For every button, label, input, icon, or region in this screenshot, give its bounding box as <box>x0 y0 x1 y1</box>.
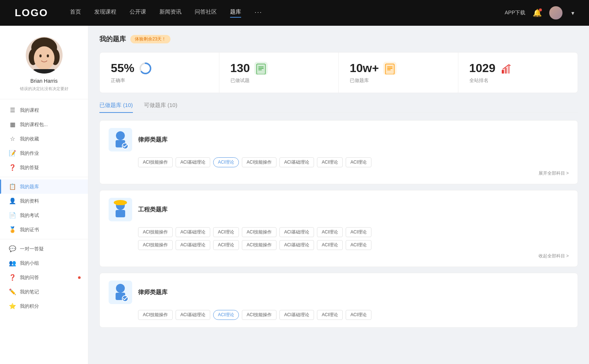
sidebar-label-points: 我的积分 <box>20 303 39 310</box>
svg-point-4 <box>34 46 54 70</box>
bank-2-tag-12[interactable]: ACI理论 <box>317 240 343 250</box>
main-content: 我的题库 体验剩余23天！ 55% 正确率 <box>88 26 589 364</box>
notification-dot <box>539 8 542 11</box>
avatar-chevron-icon[interactable]: ▾ <box>571 10 574 17</box>
bank-1-tag-5[interactable]: ACI理论 <box>317 157 343 167</box>
bank-3-tag-2[interactable]: ACI理论 <box>213 310 239 320</box>
bank-1-expand[interactable]: 展开全部科目 > <box>109 170 569 176</box>
sidebar-item-certificate[interactable]: 🏅 我的证书 <box>0 222 88 237</box>
bank-2-tag-10[interactable]: ACI技能操作 <box>242 240 276 250</box>
svg-rect-15 <box>385 64 394 74</box>
tabs: 已做题库 (10) 可做题库 (10) <box>99 102 578 113</box>
bank-1-tag-3[interactable]: ACI技能操作 <box>242 157 276 167</box>
sidebar-item-course[interactable]: ☰ 我的课程 <box>0 103 88 117</box>
page-header: 我的题库 体验剩余23天！ <box>99 35 578 43</box>
sidebar-item-profile[interactable]: 👤 我的资料 <box>0 194 88 208</box>
bank-2-tag-13[interactable]: ACI理论 <box>346 240 371 250</box>
sidebar-item-exam[interactable]: 📄 我的考试 <box>0 208 88 222</box>
stats-row: 55% 正确率 130 <box>99 52 578 93</box>
sidebar-label-course: 我的课程 <box>20 107 39 114</box>
sidebar-label-my-qa: 我的问答 <box>20 274 39 281</box>
bank-2-tag-2[interactable]: ACI理论 <box>213 227 239 237</box>
bank-1-tag-4[interactable]: ACI基础理论 <box>279 157 314 167</box>
divider-2 <box>0 239 88 239</box>
nav-home[interactable]: 首页 <box>70 8 81 18</box>
sidebar-label-homework: 我的作业 <box>20 150 39 157</box>
star-icon: ☆ <box>9 135 16 142</box>
logo[interactable]: LOGO <box>15 7 48 19</box>
bank-3-tag-6[interactable]: ACI理论 <box>346 310 371 320</box>
bank-3-tag-0[interactable]: ACI技能操作 <box>138 310 173 320</box>
sidebar-item-notes[interactable]: ✏️ 我的笔记 <box>0 285 88 299</box>
bank-1-tags: ACI技能操作 ACI基础理论 ACI理论 ACI技能操作 ACI基础理论 AC… <box>138 157 569 167</box>
sidebar-item-question-bank[interactable]: 📋 我的题库 <box>0 179 88 194</box>
svg-rect-20 <box>502 70 504 74</box>
bank-1-tag-2[interactable]: ACI理论 <box>213 157 239 167</box>
bank-2-tag-9[interactable]: ACI理论 <box>213 240 239 250</box>
notification-bell[interactable]: 🔔 <box>533 8 542 17</box>
bank-1-tag-6[interactable]: ACI理论 <box>346 157 371 167</box>
bank-2-tag-11[interactable]: ACI基础理论 <box>279 240 314 250</box>
sidebar-item-group[interactable]: 👥 我的小组 <box>0 256 88 270</box>
nav-news[interactable]: 新闻资讯 <box>159 8 181 18</box>
bank-card-1: 律师类题库 ACI技能操作 ACI基础理论 ACI理论 ACI技能操作 ACI基… <box>99 120 578 184</box>
sidebar-item-course-pack[interactable]: ▦ 我的课程包... <box>0 117 88 132</box>
bank-2-tag-1[interactable]: ACI基础理论 <box>176 227 210 237</box>
svg-rect-7 <box>33 69 55 74</box>
notes-icon: ✏️ <box>9 288 16 295</box>
exam-icon: 📄 <box>9 212 16 219</box>
sidebar-item-favorites[interactable]: ☆ 我的收藏 <box>0 132 88 146</box>
nav-question-bank[interactable]: 题库 <box>230 8 241 18</box>
my-qa-icon: ❓ <box>9 274 16 281</box>
svg-rect-10 <box>257 64 265 74</box>
questions-done-label: 已做试题 <box>230 77 328 84</box>
sidebar-item-my-qa[interactable]: ❓ 我的问答 <box>0 270 88 285</box>
user-avatar[interactable] <box>549 6 562 19</box>
course-pack-icon: ▦ <box>9 121 16 128</box>
nav-open-course[interactable]: 公开课 <box>130 8 146 18</box>
bank-3-tag-3[interactable]: ACI技能操作 <box>242 310 276 320</box>
rank-icon <box>500 62 513 75</box>
bank-2-icon <box>109 198 132 221</box>
bank-3-tag-1[interactable]: ACI基础理论 <box>176 310 210 320</box>
layout: Brian Harris 错误的决定比没有决定要好 ☰ 我的课程 ▦ 我的课程包… <box>0 26 589 364</box>
stat-questions-done: 130 已做试题 <box>219 53 339 93</box>
nav-qa[interactable]: 问答社区 <box>195 8 217 18</box>
sidebar-username: Brian Harris <box>31 78 58 84</box>
bank-card-3-header: 律师类题库 <box>109 281 569 304</box>
bank-1-tag-0[interactable]: ACI技能操作 <box>138 157 173 167</box>
sidebar-label-favorites: 我的收藏 <box>20 136 39 142</box>
tab-done[interactable]: 已做题库 (10) <box>99 102 133 113</box>
sidebar-label-group: 我的小组 <box>20 260 39 267</box>
svg-rect-29 <box>116 203 124 205</box>
sidebar-item-points[interactable]: ⭐ 我的积分 <box>0 299 88 313</box>
app-download[interactable]: APP下载 <box>505 10 525 16</box>
one-on-one-icon: 💬 <box>9 245 16 252</box>
sidebar-item-homework[interactable]: 📝 我的作业 <box>0 146 88 160</box>
bank-1-tag-1[interactable]: ACI基础理论 <box>176 157 210 167</box>
bank-2-tag-0[interactable]: ACI技能操作 <box>138 227 173 237</box>
bank-2-tag-8[interactable]: ACI基础理论 <box>176 240 210 250</box>
bank-2-tag-6[interactable]: ACI理论 <box>346 227 371 237</box>
course-icon: ☰ <box>9 107 16 114</box>
bank-2-tag-4[interactable]: ACI基础理论 <box>279 227 314 237</box>
sidebar-label-notes: 我的笔记 <box>20 289 39 295</box>
stat-rank: 1029 全站排名 <box>458 53 578 93</box>
sidebar-profile: Brian Harris 错误的决定比没有决定要好 <box>0 26 88 99</box>
bank-3-tag-5[interactable]: ACI理论 <box>317 310 343 320</box>
sidebar-label-profile: 我的资料 <box>20 198 39 204</box>
bank-2-expand[interactable]: 收起全部科目 > <box>109 253 569 259</box>
bank-2-tag-7[interactable]: ACI技能操作 <box>138 240 173 250</box>
svg-rect-27 <box>116 210 125 217</box>
bank-2-tag-5[interactable]: ACI理论 <box>317 227 343 237</box>
svg-rect-22 <box>508 65 510 74</box>
nav-discover[interactable]: 发现课程 <box>94 8 116 18</box>
sidebar-item-qa[interactable]: ❓ 我的答疑 <box>0 160 88 175</box>
sidebar-item-one-on-one[interactable]: 💬 一对一答疑 <box>0 242 88 256</box>
banks-done-icon <box>383 62 396 75</box>
tab-available[interactable]: 可做题库 (10) <box>144 102 177 113</box>
bank-2-tags-row1: ACI技能操作 ACI基础理论 ACI理论 ACI技能操作 ACI基础理论 AC… <box>138 227 569 237</box>
bank-3-tag-4[interactable]: ACI基础理论 <box>279 310 314 320</box>
nav-more[interactable]: ··· <box>254 8 262 18</box>
bank-2-tag-3[interactable]: ACI技能操作 <box>242 227 276 237</box>
